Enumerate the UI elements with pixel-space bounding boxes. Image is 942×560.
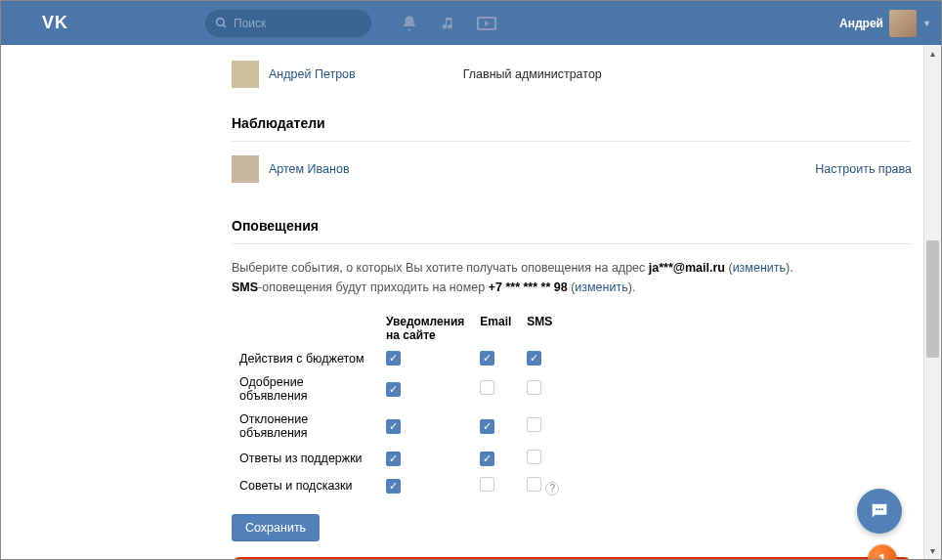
svg-point-0 <box>217 19 225 26</box>
user-settings-section: 1 Настройки пользователя Отключить быстр… <box>232 557 912 561</box>
row-label: Отклонение объявления <box>232 408 378 445</box>
svg-line-1 <box>223 24 226 27</box>
table-row: Советы и подсказки? <box>232 472 578 500</box>
row-label: Действия с бюджетом <box>232 346 378 370</box>
notifications-heading: Оповещения <box>232 196 912 244</box>
table-row: Ответы из поддержки <box>232 445 578 472</box>
change-email-link[interactable]: изменить <box>733 261 786 275</box>
avatar <box>889 10 917 37</box>
admin-name-link[interactable]: Андрей Петров <box>269 67 356 81</box>
user-menu[interactable]: Андрей ▾ <box>839 10 929 37</box>
row-label: Советы и подсказки <box>232 472 378 500</box>
svg-point-4 <box>881 508 883 510</box>
search-input[interactable]: Поиск <box>205 10 371 37</box>
help-icon[interactable]: ? <box>545 482 559 495</box>
site-header: VK Поиск Андрей ▾ <box>1 1 941 45</box>
checkbox[interactable] <box>527 380 541 395</box>
music-icon[interactable] <box>440 16 455 31</box>
table-row: Одобрение объявления <box>232 370 578 408</box>
search-icon <box>215 17 228 29</box>
col-email: Email <box>472 311 519 346</box>
col-site: Уведомления на сайте <box>378 311 472 346</box>
video-icon[interactable] <box>477 17 496 30</box>
observer-avatar <box>232 155 259 183</box>
table-row: Отклонение объявления <box>232 408 578 445</box>
vk-logo[interactable]: VK <box>42 13 68 33</box>
admin-row: Андрей Петров Главный администратор <box>232 45 912 94</box>
checkbox[interactable] <box>480 452 494 466</box>
row-label: Одобрение объявления <box>232 370 378 408</box>
row-label: Ответы из поддержки <box>232 445 378 472</box>
svg-point-2 <box>876 508 878 510</box>
col-sms: SMS <box>519 311 578 346</box>
annotation-badge-1: 1 <box>868 544 897 561</box>
notifications-table: Уведомления на сайте Email SMS Действия … <box>232 311 578 500</box>
svg-point-3 <box>878 508 880 510</box>
observers-heading: Наблюдатели <box>232 94 912 142</box>
checkbox[interactable] <box>480 380 494 395</box>
scroll-down-arrow[interactable]: ▾ <box>924 542 941 559</box>
chat-fab[interactable] <box>857 489 902 534</box>
chevron-down-icon: ▾ <box>924 18 929 28</box>
checkbox[interactable] <box>527 417 541 432</box>
bell-icon[interactable] <box>401 15 418 32</box>
user-name: Андрей <box>839 17 883 30</box>
vertical-scrollbar[interactable]: ▴ ▾ <box>923 45 941 559</box>
change-phone-link[interactable]: изменить <box>575 280 627 294</box>
checkbox[interactable] <box>480 419 494 434</box>
admin-role: Главный администратор <box>463 67 602 81</box>
checkbox[interactable] <box>386 382 401 397</box>
checkbox[interactable] <box>386 452 401 466</box>
table-row: Действия с бюджетом <box>232 346 578 370</box>
checkbox[interactable] <box>386 479 401 494</box>
checkbox[interactable] <box>386 419 401 434</box>
checkbox[interactable] <box>527 351 541 366</box>
notifications-description: Выберите события, о которых Вы хотите по… <box>232 244 912 301</box>
admin-avatar <box>232 61 259 88</box>
observer-name-link[interactable]: Артем Иванов <box>269 162 350 176</box>
checkbox[interactable] <box>386 351 401 366</box>
search-placeholder: Поиск <box>234 17 266 30</box>
save-notifications-button[interactable]: Сохранить <box>232 514 320 541</box>
scrollbar-thumb[interactable] <box>926 240 939 358</box>
checkbox[interactable] <box>527 477 541 492</box>
scroll-up-arrow[interactable]: ▴ <box>924 45 941 62</box>
configure-rights-link[interactable]: Настроить права <box>815 162 912 176</box>
checkbox[interactable] <box>480 351 494 366</box>
checkbox[interactable] <box>480 477 494 492</box>
chat-icon <box>869 500 890 522</box>
checkbox[interactable] <box>527 450 541 464</box>
